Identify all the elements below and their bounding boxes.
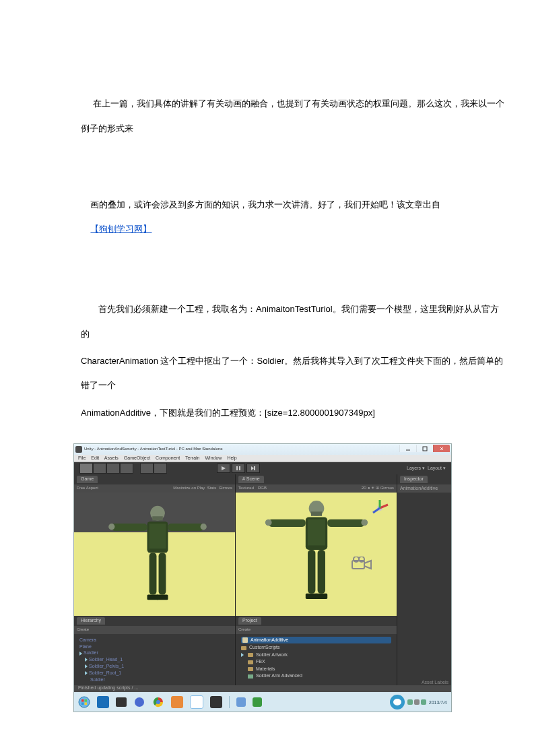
- layout-dropdown[interactable]: Layout ▾: [428, 466, 446, 471]
- hierarchy-item[interactable]: Soldier_Root_1: [79, 670, 230, 676]
- hierarchy-item[interactable]: Soldier: [79, 676, 230, 683]
- close-button[interactable]: [433, 445, 450, 452]
- svg-rect-44: [81, 703, 84, 705]
- pause-button[interactable]: [232, 464, 245, 473]
- layers-dropdown[interactable]: Layers ▾: [407, 466, 425, 471]
- hierarchy-item[interactable]: Plane: [79, 643, 230, 650]
- chrome-icon[interactable]: [152, 696, 164, 708]
- svg-rect-14: [168, 524, 204, 531]
- project-item[interactable]: CustomScripts: [241, 644, 391, 652]
- taskbar-app-icon[interactable]: [253, 697, 262, 707]
- transform-tools: [79, 463, 133, 474]
- hierarchy-item[interactable]: Soldier_Pelvis_1: [79, 663, 230, 670]
- inspector-panel: Inspector AnimationAdditive: [397, 474, 451, 616]
- project-create-dropdown[interactable]: Create: [238, 627, 251, 632]
- workspace: Game Free Aspect Maximize on Play Stats …: [74, 474, 451, 616]
- step-button[interactable]: [246, 464, 260, 473]
- maximize-toggle[interactable]: Maximize on Play Stats Gizmos: [173, 486, 232, 491]
- game-panel: Game Free Aspect Maximize on Play Stats …: [74, 474, 236, 616]
- hierarchy-item[interactable]: Soldier_Head_1: [79, 656, 230, 663]
- paragraph: CharacterAnimation 这个工程中抠出了一个：Soldier。然后…: [81, 349, 507, 398]
- hierarchy-tree[interactable]: Camera Plane Soldier Soldier_Head_1 Sold…: [74, 634, 235, 686]
- minimize-button[interactable]: [399, 445, 416, 452]
- svg-point-28: [361, 519, 368, 526]
- menu-help[interactable]: Help: [227, 455, 236, 460]
- window-title: Unity - AnimationAndSecurity - Animation…: [84, 447, 223, 451]
- hierarchy-item[interactable]: Soldier: [79, 650, 230, 656]
- window-controls: [399, 447, 450, 452]
- bottom-panels: Hierarchy Create Camera Plane Soldier So…: [74, 616, 451, 683]
- start-button[interactable]: [78, 696, 90, 708]
- project-panel[interactable]: Project Create AnimationAdditive CustomS…: [236, 616, 397, 685]
- svg-rect-5: [236, 466, 238, 470]
- paragraph: 在上一篇，我们具体的讲解了有关动画的融合，也提到了有关动画状态的权重问题。那么这…: [81, 67, 507, 166]
- scene-toggles[interactable]: 2D ● ☀ ⊞ Gizmos: [362, 486, 394, 491]
- orientation-gizmo-icon[interactable]: [370, 498, 390, 518]
- scene-panel: # Scene Textured RGB 2D ● ☀ ⊞ Gizmos: [236, 474, 397, 616]
- project-item[interactable]: Soldier Arm Advanced: [241, 672, 391, 680]
- pivot-button[interactable]: [140, 463, 154, 474]
- menu-assets[interactable]: Assets: [104, 455, 119, 460]
- hierarchy-create-dropdown[interactable]: Create: [77, 627, 89, 632]
- svg-rect-8: [254, 466, 255, 470]
- taskbar-app-icon[interactable]: [116, 697, 127, 707]
- game-viewport[interactable]: [74, 493, 235, 617]
- menu-edit[interactable]: Edit: [91, 455, 99, 460]
- hand-tool-button[interactable]: [79, 463, 93, 474]
- unity-app-icon[interactable]: [210, 696, 222, 708]
- tab-hierarchy[interactable]: Hierarchy: [77, 617, 105, 624]
- project-item[interactable]: FBX: [241, 658, 391, 666]
- svg-rect-32: [315, 594, 327, 599]
- tab-project[interactable]: Project: [238, 617, 261, 624]
- menu-terrain[interactable]: Terrain: [185, 455, 199, 460]
- taskbar-app-icon[interactable]: [236, 697, 246, 707]
- project-item-selected[interactable]: AnimationAdditive: [241, 637, 391, 644]
- hierarchy-panel[interactable]: Hierarchy Create Camera Plane Soldier So…: [74, 616, 236, 685]
- move-tool-button[interactable]: [93, 463, 106, 474]
- menu-component[interactable]: Component: [156, 455, 180, 460]
- rgb-dropdown[interactable]: RGB: [258, 486, 267, 491]
- svg-rect-12: [149, 524, 166, 548]
- taskbar-app-icon[interactable]: [190, 695, 203, 709]
- firefox-icon[interactable]: [133, 696, 145, 708]
- taskbar-app-icon[interactable]: [97, 696, 109, 708]
- local-button[interactable]: [154, 463, 167, 474]
- tray-icons[interactable]: [407, 699, 426, 705]
- svg-point-48: [156, 700, 160, 704]
- toolbar: Layers ▾ Layout ▾: [74, 462, 451, 474]
- svg-rect-26: [327, 519, 364, 526]
- aspect-dropdown[interactable]: Free Aspect: [77, 486, 98, 491]
- tab-scene[interactable]: # Scene: [238, 476, 264, 482]
- scene-viewport[interactable]: [236, 493, 397, 617]
- source-link[interactable]: 【狗刨学习网】: [90, 224, 152, 234]
- project-item[interactable]: Soldier Artwork: [241, 652, 391, 659]
- project-tree[interactable]: AnimationAdditive CustomScripts Soldier …: [236, 634, 397, 683]
- svg-rect-30: [318, 550, 325, 594]
- svg-marker-7: [251, 466, 254, 470]
- svg-rect-13: [112, 524, 147, 531]
- hierarchy-item[interactable]: Camera: [79, 637, 230, 643]
- svg-rect-42: [81, 699, 84, 702]
- tab-inspector[interactable]: Inspector: [400, 476, 428, 482]
- svg-rect-29: [308, 550, 315, 594]
- tab-game[interactable]: Game: [77, 476, 98, 482]
- svg-rect-45: [85, 703, 88, 705]
- project-item[interactable]: Materials: [241, 666, 391, 673]
- svg-rect-25: [269, 519, 306, 526]
- svg-point-27: [265, 519, 272, 526]
- menu-gameobject[interactable]: GameObject: [124, 455, 150, 460]
- menu-window[interactable]: Window: [205, 455, 222, 460]
- asset-labels: Asset Labels: [397, 680, 451, 685]
- svg-rect-24: [308, 519, 325, 545]
- taskbar-app-icon[interactable]: [171, 696, 183, 708]
- paragraph: 首先我们必须新建一个工程，我取名为：AnimaitonTestTuriol。我们…: [81, 297, 507, 346]
- qq-icon[interactable]: [390, 695, 405, 710]
- rotate-tool-button[interactable]: [106, 463, 120, 474]
- svg-marker-38: [364, 561, 371, 569]
- scale-tool-button[interactable]: [120, 463, 133, 474]
- play-button[interactable]: [217, 464, 230, 473]
- maximize-button[interactable]: [416, 445, 433, 452]
- clock[interactable]: 2013/7/4: [429, 700, 447, 705]
- shading-dropdown[interactable]: Textured: [238, 486, 254, 491]
- menu-file[interactable]: File: [78, 455, 86, 460]
